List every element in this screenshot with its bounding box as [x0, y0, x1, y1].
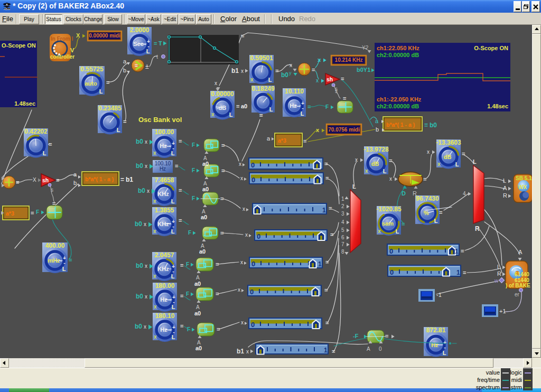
svg-text:+1: +1 — [499, 308, 506, 314]
svg-text:400.00: 400.00 — [45, 242, 65, 249]
svg-text:0: 0 — [251, 321, 255, 329]
svg-text:b0: b0 — [281, 71, 288, 79]
svg-text:KHz: KHz — [157, 266, 169, 272]
svg-text:=: = — [461, 248, 464, 254]
svg-text:x: x — [246, 349, 249, 354]
svg-text:a0: a0 — [241, 103, 247, 109]
svg-text:x: x — [365, 168, 368, 174]
svg-text:x: x — [239, 161, 241, 167]
svg-text:b1: b1 — [126, 176, 133, 183]
svg-text:F: F — [188, 230, 191, 236]
svg-text:x: x — [427, 149, 430, 155]
svg-text:=: = — [329, 205, 332, 211]
svg-text:0: 0 — [251, 176, 255, 184]
svg-text:X: X — [33, 177, 36, 183]
svg-text:0.00000 midi: 0.00000 midi — [89, 33, 120, 39]
svg-text:x: x — [437, 161, 441, 167]
svg-text:180.00: 180.00 — [155, 282, 175, 290]
svg-text:b*a*( 1 - a ): b*a*( 1 - a ) — [85, 176, 114, 182]
svg-text:=: = — [307, 104, 311, 110]
svg-text:Hz: Hz — [290, 102, 297, 109]
svg-text:x: x — [144, 221, 146, 227]
svg-text:x: x — [355, 157, 358, 163]
svg-text:Y2: Y2 — [362, 45, 369, 51]
svg-text:-dB: -dB — [217, 105, 226, 111]
svg-text:a0: a0 — [202, 186, 209, 192]
svg-text:a0: a0 — [202, 161, 209, 167]
svg-text:7.4658: 7.4658 — [155, 176, 174, 184]
svg-text:=: = — [462, 151, 465, 157]
svg-text:L: L — [352, 183, 356, 190]
svg-text:a: a — [73, 171, 77, 178]
svg-text:b1: b1 — [237, 348, 244, 355]
svg-text:a0: a0 — [201, 214, 207, 220]
svg-text:auto: auto — [85, 80, 97, 87]
svg-text:=: = — [216, 291, 219, 297]
svg-text:=: = — [52, 200, 55, 207]
svg-text:=: = — [180, 293, 183, 299]
svg-text:x: x — [145, 163, 147, 169]
svg-text:=: = — [221, 142, 225, 148]
svg-text:L: L — [396, 228, 399, 235]
svg-text:=: = — [217, 326, 220, 332]
svg-text:=: = — [216, 261, 219, 267]
svg-text:=: = — [180, 323, 183, 329]
svg-text:sam: sam — [382, 220, 394, 227]
svg-text:=: = — [389, 157, 392, 164]
svg-text:s: s — [51, 187, 53, 193]
svg-text:-13.3603: -13.3603 — [436, 139, 461, 146]
svg-text:x: x — [154, 334, 157, 340]
svg-text:mHz: mHz — [48, 257, 60, 264]
svg-text:=: = — [325, 320, 329, 326]
svg-text:Hz: Hz — [160, 143, 167, 149]
svg-text:=: = — [180, 262, 183, 268]
svg-text:O-Scope ON: O-Scope ON — [2, 42, 36, 49]
svg-text:x: x — [318, 57, 321, 63]
svg-text:ch2:0.00000 dB: ch2:0.00000 dB — [377, 103, 419, 109]
svg-text:=: = — [324, 287, 328, 293]
svg-text:70.0756 midi: 70.0756 midi — [328, 127, 360, 133]
svg-text:L: L — [172, 304, 175, 310]
svg-text:L: L — [229, 111, 233, 118]
svg-text:L: L — [497, 264, 500, 270]
svg-text:KHz: KHz — [157, 221, 169, 227]
svg-text:F: F — [325, 104, 329, 110]
svg-text:x: x — [240, 259, 243, 265]
svg-text:=: = — [31, 210, 34, 216]
svg-text:A: A — [6, 3, 8, 6]
svg-text:T: T — [158, 40, 162, 46]
svg-text:V: V — [70, 47, 74, 53]
svg-text:=: = — [56, 177, 59, 183]
svg-text:x: x — [145, 263, 147, 269]
svg-text:a*3: a*3 — [278, 137, 286, 144]
svg-text:s: s — [335, 88, 338, 94]
svg-text:±: ± — [145, 63, 149, 70]
svg-text:L: L — [117, 127, 120, 133]
svg-text:-1020.85: -1020.85 — [376, 206, 402, 213]
svg-text:=: = — [179, 138, 182, 144]
svg-text:Sec: Sec — [133, 41, 144, 47]
svg-text:Hz: Hz — [160, 326, 167, 333]
svg-text:x: x — [250, 77, 254, 82]
svg-text:=: = — [463, 269, 466, 276]
svg-text:=: = — [402, 221, 405, 227]
svg-text:=: = — [312, 67, 315, 73]
svg-text:1: 1 — [322, 207, 326, 214]
svg-text:=: = — [154, 40, 157, 46]
svg-text:L: L — [268, 77, 272, 83]
svg-text:KHz: KHz — [157, 191, 169, 197]
svg-text:6: 6 — [341, 235, 344, 240]
svg-text:-: - — [63, 260, 65, 266]
svg-text:x: x — [211, 111, 214, 117]
svg-text:=: = — [49, 141, 52, 147]
svg-text:=: = — [179, 217, 182, 223]
svg-text:L: L — [146, 48, 150, 54]
svg-text:3: 3 — [341, 211, 344, 217]
svg-text:x: x — [290, 62, 292, 68]
svg-text:-: - — [444, 344, 445, 350]
svg-text:1.48sec: 1.48sec — [14, 100, 35, 107]
svg-text:=: = — [241, 33, 244, 39]
svg-text:=: = — [423, 176, 426, 182]
svg-text:sh: sh — [42, 177, 49, 183]
svg-text:a: a — [375, 118, 379, 124]
